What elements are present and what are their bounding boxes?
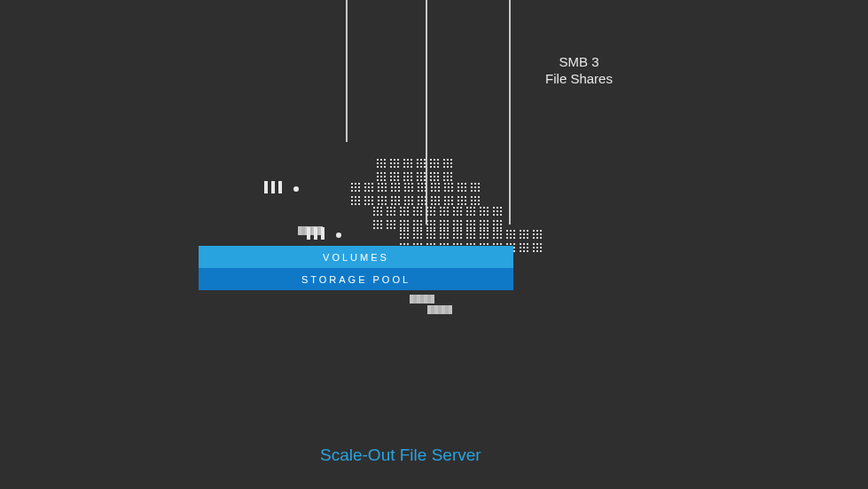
disk-cluster-3 (372, 206, 503, 230)
smb-line-1: SMB 3 (535, 54, 623, 71)
storage-pool-bar: STORAGE POOL (199, 268, 513, 290)
connector-line-3 (509, 0, 511, 225)
storage-pool-label: STORAGE POOL (301, 274, 411, 285)
disk-cluster-2 (350, 182, 481, 206)
stripe-3 (427, 305, 452, 314)
diagram-canvas: SMB 3 File Shares V (0, 0, 868, 489)
smb-label: SMB 3 File Shares (535, 54, 623, 88)
smb-line-2: File Shares (535, 71, 623, 88)
volumes-bar: VOLUMES (199, 246, 513, 268)
connector-line-1 (346, 0, 348, 142)
footer-title: Scale-Out File Server (320, 446, 481, 465)
server-icon-1 (259, 168, 305, 214)
disk-cluster-1 (376, 158, 453, 182)
volumes-label: VOLUMES (323, 252, 389, 263)
